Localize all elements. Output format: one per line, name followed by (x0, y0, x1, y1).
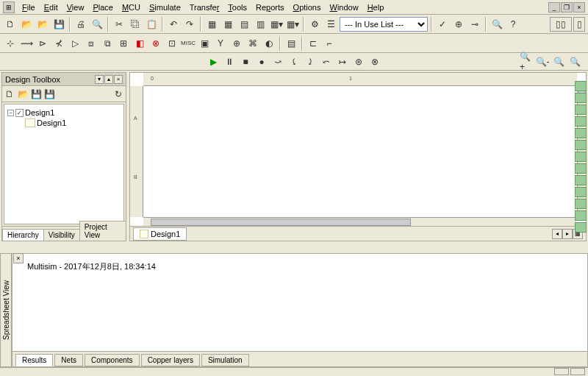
toolbox-close-icon[interactable]: × (114, 75, 123, 84)
grid2-icon[interactable]: ▦ (220, 17, 235, 32)
power-icon[interactable]: ⊡ (165, 36, 179, 51)
tree-child[interactable]: Design1 (25, 118, 121, 128)
tab-project-view[interactable]: Project View (79, 221, 126, 241)
indicator-icon[interactable]: ⊗ (148, 36, 163, 51)
in-use-list-dropdown[interactable]: --- In Use List --- (340, 17, 428, 32)
instrument-2[interactable] (575, 93, 587, 103)
menu-simulate[interactable]: Simulate (145, 1, 185, 13)
save-icon[interactable]: 💾 (51, 17, 66, 32)
instrument-13[interactable] (575, 222, 587, 233)
step-over-icon[interactable]: ⤸ (303, 54, 318, 69)
minimize-button[interactable]: _ (548, 2, 560, 13)
close-button[interactable]: × (573, 2, 585, 13)
menu-mcu[interactable]: MCU (118, 1, 145, 13)
record-icon[interactable]: ● (254, 54, 269, 69)
instrument-7[interactable] (575, 152, 587, 162)
help-icon[interactable]: ? (506, 17, 520, 32)
diode-icon[interactable]: ⊳ (35, 36, 50, 51)
pause-icon[interactable]: ⏸ (222, 54, 237, 69)
menu-view[interactable]: View (62, 1, 89, 13)
reset-icon[interactable]: ⊗ (368, 54, 382, 69)
tab-hierarchy[interactable]: Hierarchy (2, 229, 44, 241)
dt-save2-icon[interactable]: 💾 (43, 88, 55, 100)
mcu-tool-icon[interactable]: ▤ (284, 36, 298, 51)
grid5-icon[interactable]: ▦▾ (269, 17, 284, 32)
analog-icon[interactable]: ▷ (68, 36, 82, 51)
misc-digital-icon[interactable]: ⊞ (116, 36, 131, 51)
menu-tools[interactable]: Tools (223, 1, 251, 13)
cmos-icon[interactable]: ⧉ (100, 36, 115, 51)
tab-next-icon[interactable]: ▸ (562, 229, 573, 239)
transistor-icon[interactable]: ⊀ (51, 36, 66, 51)
component-icon[interactable]: ⚙ (307, 17, 322, 32)
undo-icon[interactable]: ↶ (166, 17, 181, 32)
advanced-icon[interactable]: ▣ (197, 36, 212, 51)
resistor-icon[interactable]: ⟿ (19, 36, 34, 51)
step-icon[interactable]: ⤻ (270, 54, 285, 69)
tab-visibility[interactable]: Visibility (43, 229, 80, 241)
tab-prev-icon[interactable]: ◂ (552, 229, 562, 239)
menu-file[interactable]: File (18, 1, 40, 13)
electro-icon[interactable]: ⊕ (229, 36, 244, 51)
instrument-11[interactable] (575, 199, 587, 209)
ni-icon[interactable]: ⌘ (245, 36, 260, 51)
dt-save-icon[interactable]: 💾 (30, 88, 42, 100)
menu-place[interactable]: Place (88, 1, 118, 13)
menu-window[interactable]: Window (325, 1, 362, 13)
connector-icon[interactable]: ◐ (262, 36, 276, 51)
menu-reports[interactable]: Reports (251, 1, 289, 13)
zoom-out-icon[interactable]: 🔍- (535, 54, 550, 69)
grid4-icon[interactable]: ▥ (253, 17, 268, 32)
tab-nets[interactable]: Nets (54, 354, 83, 366)
redo-icon[interactable]: ↷ (182, 17, 197, 32)
tab-results[interactable]: Results (15, 354, 53, 366)
grid6-icon[interactable]: ▦▾ (285, 17, 300, 32)
ttl-icon[interactable]: ⧈ (84, 36, 98, 51)
toolbox-dropdown-icon[interactable]: ▾ (95, 75, 104, 84)
menu-options[interactable]: Options (289, 1, 326, 13)
mixed-icon[interactable]: ◧ (132, 36, 147, 51)
menu-help[interactable]: Help (363, 1, 389, 13)
run-icon[interactable]: ▶ (206, 54, 220, 69)
print-preview-icon[interactable]: 🔍 (90, 17, 104, 32)
dt-new-icon[interactable]: 🗋 (4, 88, 15, 100)
list-icon[interactable]: ☰ (323, 17, 338, 32)
breakpoint-icon[interactable]: ⊛ (351, 54, 366, 69)
grid1-icon[interactable]: ▦ (204, 17, 219, 32)
schematic-canvas[interactable] (143, 86, 577, 217)
meter1-icon[interactable]: ▯▯ (550, 17, 572, 32)
step2-icon[interactable]: ↦ (335, 54, 350, 69)
misc-icon[interactable]: MISC (181, 36, 196, 51)
source-icon[interactable]: ⊹ (3, 36, 18, 51)
new-icon[interactable]: 🗋 (3, 17, 18, 32)
step-into-icon[interactable]: ⤹ (287, 54, 301, 69)
tree-checkbox[interactable]: ✓ (15, 109, 24, 117)
tool1-icon[interactable]: ✓ (435, 17, 450, 32)
horizontal-scrollbar[interactable] (143, 217, 577, 226)
paste-icon[interactable]: 📋 (144, 17, 159, 32)
instrument-8[interactable] (575, 163, 587, 174)
step-out-icon[interactable]: ⤺ (319, 54, 334, 69)
tab-components[interactable]: Components (85, 354, 140, 366)
instrument-4[interactable] (575, 116, 587, 127)
print-icon[interactable]: 🖨 (74, 17, 88, 32)
instrument-10[interactable] (575, 187, 587, 197)
tab-simulation[interactable]: Simulation (201, 354, 249, 366)
rf-icon[interactable]: Y (213, 36, 228, 51)
dt-open-icon[interactable]: 📂 (17, 88, 29, 100)
dt-refresh-icon[interactable]: ↻ (112, 88, 124, 100)
canvas-tab-design1[interactable]: Design1 (133, 227, 187, 241)
instrument-5[interactable] (575, 128, 587, 138)
grid3-icon[interactable]: ▤ (237, 17, 251, 32)
zoom-fit-icon[interactable]: 🔍 (567, 54, 582, 69)
open-icon[interactable]: 📂 (19, 17, 34, 32)
spreadsheet-close-icon[interactable]: × (13, 253, 24, 263)
menu-transfer[interactable]: Transfer (185, 1, 224, 13)
instrument-3[interactable] (575, 104, 587, 115)
instrument-9[interactable] (575, 175, 587, 185)
zoom-area-icon[interactable]: 🔍 (551, 54, 566, 69)
meter2-icon[interactable]: ▯ (573, 17, 585, 32)
stop-icon[interactable]: ■ (238, 54, 253, 69)
tool3-icon[interactable]: ⊸ (467, 17, 482, 32)
h-scroll-thumb[interactable] (151, 219, 411, 226)
